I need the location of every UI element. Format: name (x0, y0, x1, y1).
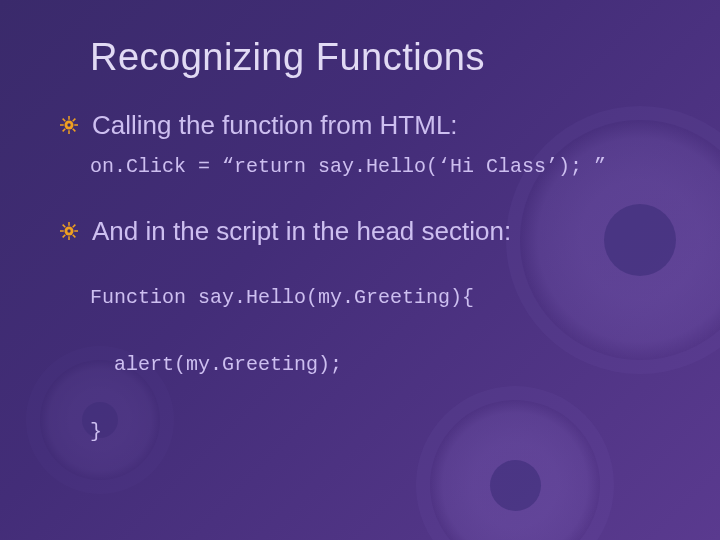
svg-rect-6 (62, 128, 66, 132)
gear-bullet-icon (60, 222, 78, 240)
svg-rect-11 (68, 222, 70, 226)
svg-rect-8 (72, 128, 76, 132)
code-line: Function say.Hello(my.Greeting){ (90, 279, 660, 340)
spacer (90, 253, 660, 279)
svg-rect-13 (60, 230, 64, 232)
svg-point-9 (67, 123, 70, 126)
slide-body: Calling the function from HTML:on.Click … (90, 109, 660, 474)
svg-rect-5 (72, 118, 76, 122)
code-text: on.Click = “return say.Hello(‘Hi Class’)… (90, 152, 606, 181)
slide-title: Recognizing Functions (90, 36, 660, 79)
svg-point-19 (67, 229, 70, 232)
svg-rect-1 (68, 116, 70, 120)
svg-rect-17 (62, 224, 66, 228)
code-line: on.Click = “return say.Hello(‘Hi Class’)… (90, 148, 660, 209)
svg-rect-4 (74, 124, 78, 126)
svg-rect-18 (72, 234, 76, 238)
slide-content: Recognizing Functions Calling the functi… (0, 0, 720, 474)
svg-rect-12 (68, 236, 70, 240)
code-line: } (90, 413, 660, 474)
body-text: Calling the function from HTML: (92, 109, 458, 142)
svg-rect-3 (60, 124, 64, 126)
body-line: And in the script in the head section: (90, 215, 660, 248)
body-text: And in the script in the head section: (92, 215, 511, 248)
gear-bullet-icon (60, 116, 78, 134)
svg-rect-7 (62, 118, 66, 122)
slide: Recognizing Functions Calling the functi… (0, 0, 720, 540)
svg-rect-2 (68, 130, 70, 134)
code-text: } (90, 417, 102, 446)
svg-rect-14 (74, 230, 78, 232)
body-line: Calling the function from HTML: (90, 109, 660, 142)
code-line: alert(my.Greeting); (90, 346, 660, 407)
svg-rect-16 (62, 234, 66, 238)
svg-rect-15 (72, 224, 76, 228)
code-text: Function say.Hello(my.Greeting){ (90, 283, 474, 312)
code-text: alert(my.Greeting); (90, 350, 342, 379)
